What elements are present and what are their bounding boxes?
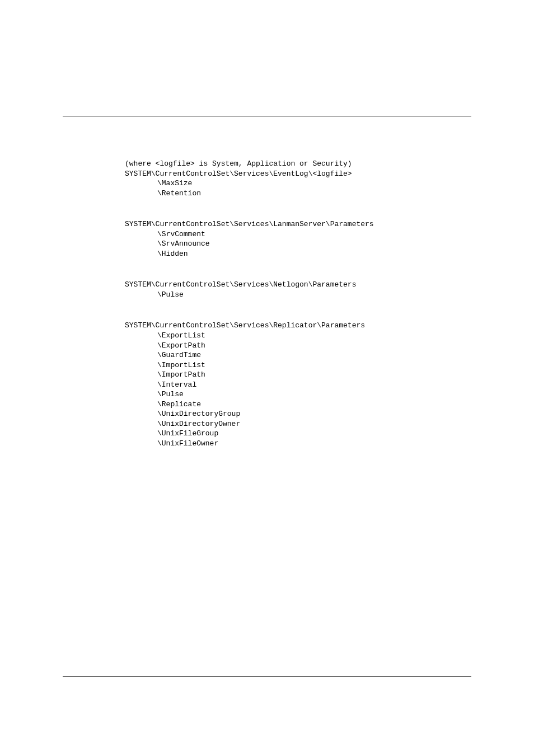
page: (where <logfile> is System, Application …: [0, 0, 534, 756]
registry-value: \Replicate: [125, 400, 471, 410]
bottom-horizontal-rule: [63, 676, 471, 677]
registry-value: \MaxSize: [125, 179, 471, 189]
registry-value: \GuardTime: [125, 350, 471, 360]
registry-block: (where <logfile> is System, Application …: [125, 159, 471, 198]
registry-value: \ImportList: [125, 360, 471, 370]
registry-value: \SrvComment: [125, 229, 471, 240]
registry-value: \UnixFileOwner: [125, 439, 471, 449]
registry-block: SYSTEM\CurrentControlSet\Services\Netlog…: [125, 280, 471, 299]
block-header-line: SYSTEM\CurrentControlSet\Services\Replic…: [125, 321, 471, 331]
block-header-line: SYSTEM\CurrentControlSet\Services\Lanman…: [125, 219, 471, 229]
registry-value: \SrvAnnounce: [125, 239, 471, 249]
block-header-line: SYSTEM\CurrentControlSet\Services\EventL…: [125, 169, 471, 179]
block-header-line: (where <logfile> is System, Application …: [125, 159, 471, 169]
registry-value: \UnixDirectoryOwner: [125, 419, 471, 429]
registry-block: SYSTEM\CurrentControlSet\Services\Lanman…: [125, 219, 471, 259]
registry-value: \ExportList: [125, 331, 471, 341]
registry-value: \Pulse: [125, 290, 471, 300]
registry-value: \UnixFileGroup: [125, 429, 471, 439]
content-area: (where <logfile> is System, Application …: [125, 159, 471, 449]
registry-value: \ImportPath: [125, 370, 471, 380]
registry-value: \Interval: [125, 380, 471, 390]
registry-value: \Hidden: [125, 249, 471, 259]
registry-value: \Pulse: [125, 389, 471, 400]
registry-value: \ExportPath: [125, 341, 471, 351]
registry-value: \UnixDirectoryGroup: [125, 409, 471, 419]
top-horizontal-rule: [63, 116, 471, 116]
registry-value: \Retention: [125, 189, 471, 199]
block-header-line: SYSTEM\CurrentControlSet\Services\Netlog…: [125, 280, 471, 290]
registry-block: SYSTEM\CurrentControlSet\Services\Replic…: [125, 321, 471, 448]
